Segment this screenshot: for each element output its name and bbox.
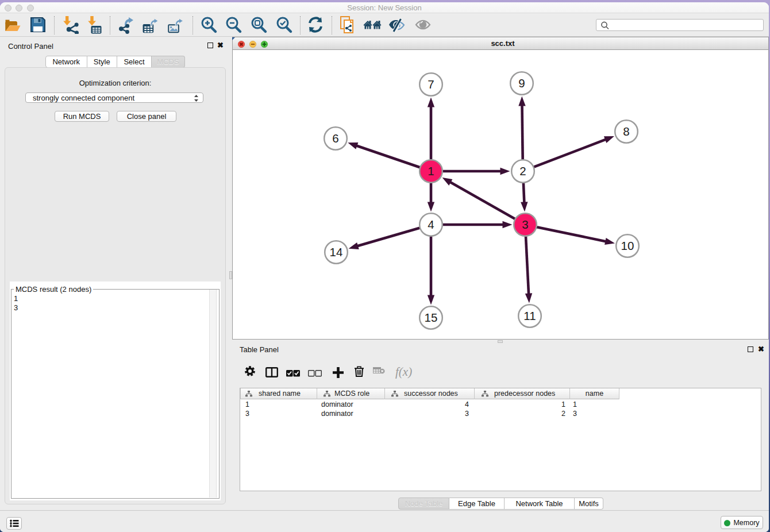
svg-text:9: 9 xyxy=(518,76,525,90)
svg-text:7: 7 xyxy=(428,78,434,91)
svg-text:10: 10 xyxy=(621,239,634,252)
svg-text:4: 4 xyxy=(428,218,434,231)
svg-text:8: 8 xyxy=(623,125,629,138)
svg-text:3: 3 xyxy=(522,218,528,231)
svg-text:2: 2 xyxy=(519,164,526,178)
svg-text:1: 1 xyxy=(428,164,434,178)
svg-text:11: 11 xyxy=(523,309,536,322)
svg-text:15: 15 xyxy=(425,311,438,324)
svg-text:6: 6 xyxy=(332,132,338,145)
svg-text:14: 14 xyxy=(330,245,343,259)
